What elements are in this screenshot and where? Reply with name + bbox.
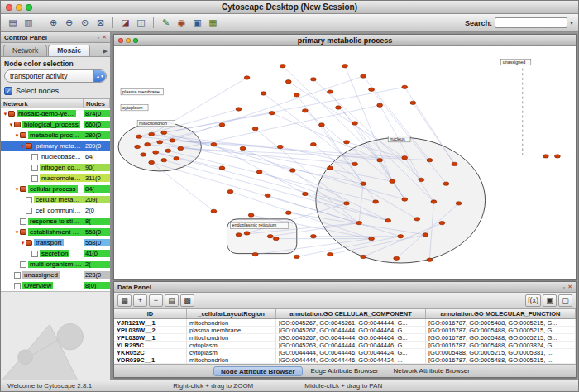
save-session-icon[interactable]: ▥ <box>22 17 36 30</box>
network-node[interactable] <box>280 65 285 68</box>
data-panel-close-icon[interactable]: ✕ <box>567 284 572 290</box>
network-node[interactable] <box>269 112 275 115</box>
vizmapper-icon[interactable]: ▣ <box>190 17 204 30</box>
network-node[interactable] <box>236 108 242 111</box>
search-options-icon[interactable]: ▾ <box>570 19 573 26</box>
network-node[interactable] <box>219 123 225 127</box>
network-node[interactable] <box>410 101 416 104</box>
column-header-annotation-go-molecular-function[interactable]: annotation.GO MOLECULAR_FUNCTION <box>426 309 576 318</box>
table-row[interactable]: YKR052Ccytoplasm[GO:0044444, GO:0044446,… <box>114 349 576 356</box>
float-panel-icon[interactable]: ▫ <box>98 35 99 41</box>
tree-item-secretion[interactable]: secretion41(0 <box>1 248 110 259</box>
network-node[interactable] <box>227 189 233 193</box>
network-node[interactable] <box>252 127 258 130</box>
network-node[interactable] <box>336 106 342 109</box>
network-node[interactable] <box>302 192 308 195</box>
tree-item-overview[interactable]: Overview8(0) <box>1 280 110 291</box>
delete-attribute-icon[interactable]: − <box>149 294 163 307</box>
zoom-in-icon[interactable]: ⊕ <box>46 17 60 30</box>
network-node[interactable] <box>285 211 291 214</box>
network-node[interactable] <box>456 202 462 205</box>
tab-node-attribute-browser[interactable]: Node Attribute Browser <box>213 366 303 376</box>
network-node[interactable] <box>328 90 333 93</box>
edit-attribute-icon[interactable]: ▤ <box>165 294 179 307</box>
table-row[interactable]: YPL036W__2plasma membrane[GO:0045267, GO… <box>114 327 576 334</box>
expand-arrow-icon[interactable]: ▼ <box>20 144 26 149</box>
network-node[interactable] <box>431 200 437 203</box>
network-node[interactable] <box>174 157 179 160</box>
expand-arrow-icon[interactable]: ▼ <box>8 122 14 127</box>
network-node[interactable] <box>318 123 324 127</box>
network-node[interactable] <box>543 155 548 158</box>
tree-item-response-to-stimul[interactable]: response to stimul...8( <box>1 216 110 227</box>
network-node[interactable] <box>256 170 262 174</box>
expand-arrow-icon[interactable]: ▼ <box>2 112 8 117</box>
hide-selected-icon[interactable]: ◪ <box>118 17 132 30</box>
network-node[interactable] <box>361 74 366 78</box>
network-node[interactable] <box>161 158 167 161</box>
new-attribute-icon[interactable]: + <box>133 294 147 307</box>
formula-builder-icon[interactable]: f(x) <box>525 294 541 307</box>
network-node[interactable] <box>377 103 383 107</box>
network-node[interactable] <box>273 237 279 240</box>
network-node[interactable] <box>369 237 375 240</box>
network-node[interactable] <box>165 149 171 152</box>
network-node[interactable] <box>427 258 433 261</box>
network-canvas[interactable]: plasma membranecytoplasmmitochondrionnuc… <box>114 46 576 279</box>
network-node[interactable] <box>423 233 428 237</box>
network-node[interactable] <box>361 182 366 185</box>
network-node[interactable] <box>285 80 291 84</box>
column-header-annotation-go-cellular-component[interactable]: annotation.GO CELLULAR_COMPONENT <box>276 309 426 318</box>
network-node[interactable] <box>402 85 408 88</box>
network-node[interactable] <box>261 92 266 95</box>
close-panel-icon[interactable]: ✕ <box>102 34 107 41</box>
column-header-cellularlayoutregion[interactable]: _cellularLayoutRegion <box>187 309 276 318</box>
network-node[interactable] <box>328 166 333 170</box>
network-node[interactable] <box>352 122 358 125</box>
network-node[interactable] <box>211 209 217 213</box>
network-node[interactable] <box>141 153 146 156</box>
network-node[interactable] <box>252 252 258 256</box>
network-node[interactable] <box>244 232 250 235</box>
tree-item-macromolecule[interactable]: macromolecule...311(0 <box>1 173 110 184</box>
tree-item-unassigned[interactable]: unassigned223(0 <box>1 270 110 280</box>
network-node[interactable] <box>310 142 316 146</box>
tab-mosaic[interactable]: Mosaic <box>48 45 90 56</box>
network-node[interactable] <box>178 146 184 150</box>
network-node[interactable] <box>265 194 270 197</box>
first-neighbors-icon[interactable]: ◉ <box>175 17 189 30</box>
node-color-dropdown[interactable]: transporter activity ▲▼ <box>4 69 107 83</box>
network-node[interactable] <box>344 202 350 205</box>
network-node[interactable] <box>135 145 141 148</box>
network-node[interactable] <box>170 139 175 142</box>
new-network-from-selection-icon[interactable]: ◫ <box>134 17 148 30</box>
network-node[interactable] <box>427 158 433 161</box>
network-node[interactable] <box>419 178 424 181</box>
network-edge[interactable] <box>289 82 405 158</box>
network-node[interactable] <box>385 219 391 222</box>
trash-icon[interactable]: ▩ <box>180 294 194 307</box>
tree-item-establishment-of-lo[interactable]: ▼establishment of lo...558(0 <box>1 227 110 237</box>
zoom-out-icon[interactable]: ⊖ <box>62 17 76 30</box>
tree-item-transport[interactable]: ▼transport558(0 <box>1 237 110 248</box>
data-panel-float-icon[interactable]: ▫ <box>563 284 565 290</box>
tree-item-mosaic-demo-yeast[interactable]: ▼mosaic-demo-yeast874(0 <box>1 108 110 119</box>
network-node[interactable] <box>302 109 308 112</box>
network-node[interactable] <box>211 142 217 146</box>
network-node[interactable] <box>369 88 375 91</box>
tree-item-nucleobase[interactable]: nucleobase...64( <box>1 151 110 162</box>
network-node[interactable] <box>136 135 142 138</box>
search-input[interactable] <box>495 17 567 28</box>
plugin-manager-icon[interactable]: ▦ <box>206 17 220 30</box>
network-edge[interactable] <box>156 152 347 203</box>
network-node[interactable] <box>240 146 246 150</box>
network-node[interactable] <box>310 235 316 238</box>
zoom-window-icon[interactable] <box>26 4 32 11</box>
tree-item-primary-metab[interactable]: ▼primary metab...209(0 <box>1 141 110 151</box>
network-node[interactable] <box>342 65 348 68</box>
table-row[interactable]: YDR039C__1mitochondrion[GO:0044444, GO:0… <box>114 356 576 364</box>
open-session-icon[interactable]: ▤ <box>6 17 20 30</box>
frame-close-icon[interactable] <box>118 38 123 43</box>
network-node[interactable] <box>294 93 299 97</box>
network-node[interactable] <box>344 141 350 144</box>
